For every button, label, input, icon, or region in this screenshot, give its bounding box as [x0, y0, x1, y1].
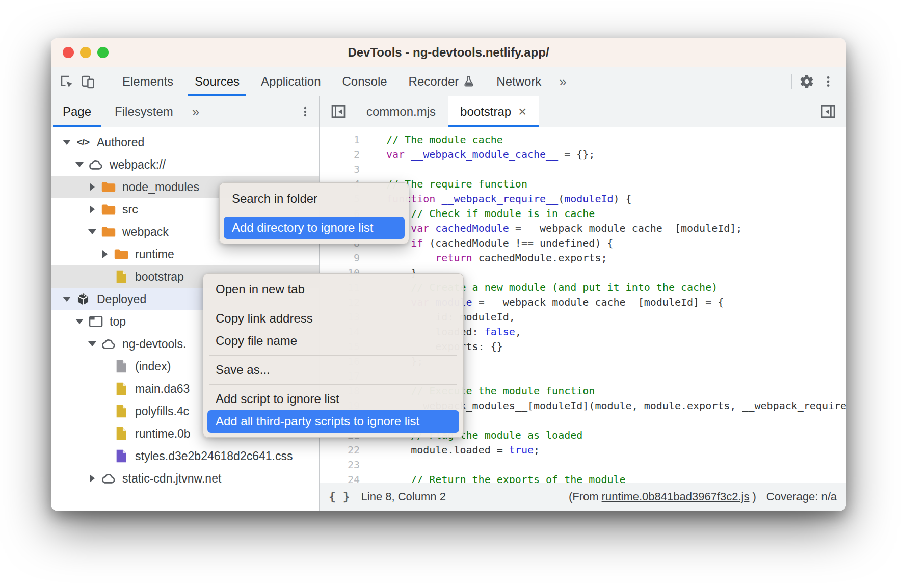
- tree-item-label: polyfills.4c: [135, 405, 189, 418]
- line-number[interactable]: 3: [320, 162, 377, 177]
- tree-item-label: node_modules: [122, 180, 199, 194]
- code-text: // Check if module is in cache: [386, 206, 595, 221]
- code-text: // The module cache: [386, 132, 503, 147]
- tree-item-label: main.da63: [135, 382, 190, 396]
- file-yellow-icon: [112, 270, 131, 284]
- panel-tab-label: Application: [261, 74, 321, 89]
- device-toolbar-icon[interactable]: [77, 71, 99, 92]
- devtools-toolbar: ElementsSourcesApplicationConsoleRecorde…: [51, 67, 846, 96]
- minimize-window-button[interactable]: [80, 47, 91, 58]
- tree-item-label: webpack: [122, 225, 169, 239]
- folder-icon: [99, 181, 118, 193]
- tree-item-webpack-[interactable]: webpack://: [51, 153, 319, 176]
- navigator-tab-page[interactable]: Page: [51, 96, 103, 127]
- line-number[interactable]: 23: [320, 458, 377, 472]
- tab-console[interactable]: Console: [332, 67, 398, 96]
- panel-tabs: ElementsSourcesApplicationConsoleRecorde…: [112, 67, 552, 96]
- menu-item-add-all-third-party-scripts-to-ignore-list[interactable]: Add all third-party scripts to ignore li…: [207, 410, 459, 433]
- tab-elements[interactable]: Elements: [112, 67, 184, 96]
- code-line: 22 module.loaded = true;: [320, 443, 846, 458]
- navigator-tabbar: PageFilesystem »: [51, 96, 319, 127]
- tree-item-authored[interactable]: </>Authored: [51, 131, 319, 153]
- panel-tab-label: Console: [342, 74, 387, 89]
- close-tab-icon[interactable]: ×: [518, 104, 526, 119]
- editor-tabs: common.mjsbootstrap×: [354, 96, 539, 127]
- menu-item-copy-link-address[interactable]: Copy link address: [203, 307, 463, 330]
- more-navigator-tabs-chevron[interactable]: »: [185, 104, 206, 120]
- tab-recorder[interactable]: Recorder: [398, 67, 486, 96]
- code-text: function __webpack_require__(moduleId) {: [386, 192, 632, 206]
- mapped-from-link[interactable]: runtime.0b841bad3967f3c2.js: [602, 490, 750, 503]
- tree-item-runtime[interactable]: runtime: [51, 243, 319, 265]
- menu-item-open-in-new-tab[interactable]: Open in new tab: [203, 278, 463, 301]
- collapse-arrow-icon[interactable]: [86, 183, 99, 191]
- toolbar-separator: [103, 74, 103, 89]
- menu-item-copy-file-name[interactable]: Copy file name: [203, 330, 463, 352]
- file-yellow-icon: [112, 382, 131, 396]
- tab-application[interactable]: Application: [250, 67, 331, 96]
- navigator-kebab-menu-icon[interactable]: [295, 101, 316, 122]
- folder-icon: [112, 248, 131, 260]
- editor-tab-label: common.mjs: [366, 104, 436, 119]
- menu-item-add-script-to-ignore-list[interactable]: Add script to ignore list: [203, 388, 463, 410]
- tree-item-label: Authored: [97, 136, 144, 149]
- tree-item-label: webpack://: [110, 158, 166, 172]
- file-yellow-icon: [112, 404, 131, 418]
- navigator-tab-filesystem[interactable]: Filesystem: [103, 96, 185, 127]
- code-text: return cachedModule.exports;: [386, 251, 607, 265]
- collapse-arrow-icon[interactable]: [98, 250, 112, 258]
- panel-tab-label: Sources: [195, 74, 240, 89]
- code-line: 3: [320, 162, 846, 177]
- code-text: // Return the exports of the module: [386, 472, 626, 483]
- menu-separator: [209, 355, 457, 356]
- cloud-icon: [99, 338, 118, 350]
- line-number[interactable]: 2: [320, 147, 377, 162]
- file-context-menu: Open in new tabCopy link addressCopy fil…: [203, 273, 464, 438]
- cloud-icon: [86, 158, 105, 171]
- tab-network[interactable]: Network: [486, 67, 552, 96]
- line-number[interactable]: 1: [320, 132, 377, 147]
- window-title: DevTools - ng-devtools.netlify.app/: [348, 45, 549, 60]
- show-debugger-sidebar-icon[interactable]: [816, 100, 840, 123]
- tree-item-label: runtime: [135, 248, 174, 261]
- expand-arrow-icon[interactable]: [86, 229, 99, 234]
- maximize-window-button[interactable]: [97, 47, 109, 58]
- expand-arrow-icon[interactable]: [73, 162, 86, 167]
- cursor-position: Line 8, Column 2: [361, 490, 446, 503]
- tree-item-static-cdn-jtvnw-net[interactable]: static-cdn.jtvnw.net: [51, 467, 319, 490]
- line-number[interactable]: 9: [320, 251, 377, 265]
- folder-context-menu: Search in folderAdd directory to ignore …: [219, 182, 409, 244]
- line-number[interactable]: 24: [320, 472, 377, 483]
- menu-item-search-in-folder[interactable]: Search in folder: [220, 188, 409, 210]
- expand-arrow-icon[interactable]: [60, 297, 73, 302]
- mapped-from-prefix: (From: [569, 490, 599, 503]
- flask-icon: [463, 75, 475, 88]
- kebab-menu-icon[interactable]: [817, 71, 839, 92]
- code-icon: </>: [73, 137, 93, 148]
- expand-arrow-icon[interactable]: [60, 140, 73, 145]
- line-number[interactable]: 22: [320, 443, 377, 458]
- file-yellow-icon: [112, 426, 131, 441]
- tree-item-label: bootstrap: [135, 270, 184, 284]
- menu-item-save-as-[interactable]: Save as...: [203, 359, 463, 381]
- editor-tab-bootstrap[interactable]: bootstrap×: [448, 96, 539, 127]
- more-panels-chevron[interactable]: »: [552, 74, 573, 90]
- tree-item-label: Deployed: [97, 292, 146, 306]
- menu-item-add-directory-to-ignore-list[interactable]: Add directory to ignore list: [224, 217, 405, 239]
- coverage-status: Coverage: n/a: [766, 490, 837, 503]
- pretty-print-icon[interactable]: { }: [329, 490, 350, 503]
- tree-item-styles-d3e2b24618d2c641-css[interactable]: styles.d3e2b24618d2c641.css: [51, 445, 319, 467]
- expand-arrow-icon[interactable]: [73, 319, 86, 324]
- collapse-arrow-icon[interactable]: [86, 205, 99, 213]
- expand-arrow-icon[interactable]: [86, 341, 99, 346]
- close-window-button[interactable]: [63, 47, 74, 58]
- inspect-icon[interactable]: [56, 71, 77, 92]
- navigator-tabs: PageFilesystem: [51, 96, 185, 127]
- editor-tab-common-mjs[interactable]: common.mjs: [354, 96, 448, 127]
- editor-statusbar: { } Line 8, Column 2 (From runtime.0b841…: [320, 483, 846, 511]
- tab-sources[interactable]: Sources: [184, 67, 250, 96]
- collapse-arrow-icon[interactable]: [86, 474, 99, 483]
- hide-navigator-icon[interactable]: [327, 100, 350, 123]
- settings-gear-icon[interactable]: [796, 71, 817, 92]
- tree-item-label: styles.d3e2b24618d2c641.css: [135, 449, 293, 463]
